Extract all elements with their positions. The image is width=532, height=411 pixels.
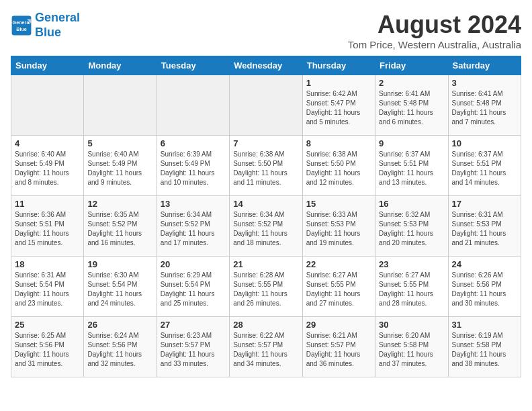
day-number: 5 xyxy=(87,138,152,148)
calendar-title: August 2024 xyxy=(348,11,521,39)
day-info: Sunrise: 6:34 AM Sunset: 5:52 PM Dayligh… xyxy=(161,210,226,248)
day-info: Sunrise: 6:27 AM Sunset: 5:55 PM Dayligh… xyxy=(379,271,444,308)
week-row-2: 4Sunrise: 6:40 AM Sunset: 5:49 PM Daylig… xyxy=(11,136,521,196)
svg-text:General: General xyxy=(13,19,31,26)
week-row-1: 1Sunrise: 6:42 AM Sunset: 5:47 PM Daylig… xyxy=(11,75,521,136)
day-number: 31 xyxy=(452,320,517,330)
day-number: 26 xyxy=(87,320,152,330)
day-number: 16 xyxy=(379,199,444,209)
col-header-friday: Friday xyxy=(375,56,448,75)
day-info: Sunrise: 6:41 AM Sunset: 5:48 PM Dayligh… xyxy=(452,89,517,127)
day-cell: 13Sunrise: 6:34 AM Sunset: 5:52 PM Dayli… xyxy=(157,196,229,257)
week-row-3: 11Sunrise: 6:36 AM Sunset: 5:51 PM Dayli… xyxy=(11,196,521,257)
col-header-thursday: Thursday xyxy=(302,56,375,75)
day-cell: 11Sunrise: 6:36 AM Sunset: 5:51 PM Dayli… xyxy=(11,196,84,257)
day-cell: 30Sunrise: 6:20 AM Sunset: 5:58 PM Dayli… xyxy=(375,317,448,377)
logo-text: General Blue xyxy=(35,11,80,40)
day-number: 28 xyxy=(233,320,298,330)
day-cell xyxy=(11,75,84,136)
day-number: 15 xyxy=(306,199,371,209)
day-cell: 21Sunrise: 6:28 AM Sunset: 5:55 PM Dayli… xyxy=(230,257,302,317)
day-info: Sunrise: 6:22 AM Sunset: 5:57 PM Dayligh… xyxy=(233,331,298,369)
col-header-tuesday: Tuesday xyxy=(157,56,229,75)
day-number: 30 xyxy=(379,320,444,330)
day-number: 10 xyxy=(452,138,517,148)
col-header-wednesday: Wednesday xyxy=(230,56,302,75)
day-info: Sunrise: 6:36 AM Sunset: 5:51 PM Dayligh… xyxy=(15,210,80,248)
day-number: 23 xyxy=(379,259,444,269)
day-cell: 24Sunrise: 6:26 AM Sunset: 5:56 PM Dayli… xyxy=(448,257,521,317)
day-info: Sunrise: 6:35 AM Sunset: 5:52 PM Dayligh… xyxy=(87,210,152,248)
day-cell: 22Sunrise: 6:27 AM Sunset: 5:55 PM Dayli… xyxy=(302,257,375,317)
day-number: 4 xyxy=(15,138,80,148)
title-area: August 2024 Tom Price, Western Australia… xyxy=(348,11,521,50)
day-info: Sunrise: 6:37 AM Sunset: 5:51 PM Dayligh… xyxy=(452,150,517,187)
week-row-4: 18Sunrise: 6:31 AM Sunset: 5:54 PM Dayli… xyxy=(11,257,521,317)
day-cell: 5Sunrise: 6:40 AM Sunset: 5:49 PM Daylig… xyxy=(84,136,157,196)
day-cell: 10Sunrise: 6:37 AM Sunset: 5:51 PM Dayli… xyxy=(448,136,521,196)
day-info: Sunrise: 6:20 AM Sunset: 5:58 PM Dayligh… xyxy=(379,331,444,369)
day-cell: 7Sunrise: 6:38 AM Sunset: 5:50 PM Daylig… xyxy=(230,136,302,196)
day-number: 6 xyxy=(161,138,226,148)
day-info: Sunrise: 6:42 AM Sunset: 5:47 PM Dayligh… xyxy=(306,89,371,127)
day-info: Sunrise: 6:25 AM Sunset: 5:56 PM Dayligh… xyxy=(15,331,80,369)
day-info: Sunrise: 6:40 AM Sunset: 5:49 PM Dayligh… xyxy=(15,150,80,187)
day-number: 27 xyxy=(161,320,226,330)
day-info: Sunrise: 6:26 AM Sunset: 5:56 PM Dayligh… xyxy=(452,271,517,308)
day-number: 1 xyxy=(306,78,371,88)
day-number: 20 xyxy=(161,259,226,269)
day-number: 13 xyxy=(161,199,226,209)
day-number: 22 xyxy=(306,259,371,269)
day-number: 7 xyxy=(233,138,298,148)
day-info: Sunrise: 6:19 AM Sunset: 5:58 PM Dayligh… xyxy=(452,331,517,369)
day-info: Sunrise: 6:31 AM Sunset: 5:54 PM Dayligh… xyxy=(15,271,80,308)
day-info: Sunrise: 6:23 AM Sunset: 5:57 PM Dayligh… xyxy=(161,331,226,369)
svg-text:Blue: Blue xyxy=(16,26,27,32)
logo: General Blue General Blue xyxy=(11,11,80,40)
day-info: Sunrise: 6:30 AM Sunset: 5:54 PM Dayligh… xyxy=(87,271,152,308)
day-info: Sunrise: 6:37 AM Sunset: 5:51 PM Dayligh… xyxy=(379,150,444,187)
day-number: 25 xyxy=(15,320,80,330)
day-cell: 2Sunrise: 6:41 AM Sunset: 5:48 PM Daylig… xyxy=(375,75,448,136)
day-info: Sunrise: 6:21 AM Sunset: 5:57 PM Dayligh… xyxy=(306,331,371,369)
day-cell: 4Sunrise: 6:40 AM Sunset: 5:49 PM Daylig… xyxy=(11,136,84,196)
day-info: Sunrise: 6:38 AM Sunset: 5:50 PM Dayligh… xyxy=(233,150,298,187)
day-number: 2 xyxy=(379,78,444,88)
day-cell: 25Sunrise: 6:25 AM Sunset: 5:56 PM Dayli… xyxy=(11,317,84,377)
day-cell: 23Sunrise: 6:27 AM Sunset: 5:55 PM Dayli… xyxy=(375,257,448,317)
day-info: Sunrise: 6:39 AM Sunset: 5:49 PM Dayligh… xyxy=(161,150,226,187)
day-number: 12 xyxy=(87,199,152,209)
logo-line2: Blue xyxy=(35,26,61,39)
col-header-monday: Monday xyxy=(84,56,157,75)
day-cell: 8Sunrise: 6:38 AM Sunset: 5:50 PM Daylig… xyxy=(302,136,375,196)
day-cell: 18Sunrise: 6:31 AM Sunset: 5:54 PM Dayli… xyxy=(11,257,84,317)
day-cell: 16Sunrise: 6:32 AM Sunset: 5:53 PM Dayli… xyxy=(375,196,448,257)
day-cell: 17Sunrise: 6:31 AM Sunset: 5:53 PM Dayli… xyxy=(448,196,521,257)
day-info: Sunrise: 6:40 AM Sunset: 5:49 PM Dayligh… xyxy=(87,150,152,187)
col-header-sunday: Sunday xyxy=(11,56,84,75)
day-cell: 1Sunrise: 6:42 AM Sunset: 5:47 PM Daylig… xyxy=(302,75,375,136)
day-cell xyxy=(230,75,302,136)
day-cell: 3Sunrise: 6:41 AM Sunset: 5:48 PM Daylig… xyxy=(448,75,521,136)
day-number: 11 xyxy=(15,199,80,209)
day-number: 21 xyxy=(233,259,298,269)
day-info: Sunrise: 6:33 AM Sunset: 5:53 PM Dayligh… xyxy=(306,210,371,248)
calendar-header-row: SundayMondayTuesdayWednesdayThursdayFrid… xyxy=(11,56,521,75)
page-header: General Blue General Blue August 2024 To… xyxy=(11,11,521,50)
day-number: 18 xyxy=(15,259,80,269)
logo-line1: General xyxy=(35,11,80,24)
day-cell: 26Sunrise: 6:24 AM Sunset: 5:56 PM Dayli… xyxy=(84,317,157,377)
day-info: Sunrise: 6:34 AM Sunset: 5:52 PM Dayligh… xyxy=(233,210,298,248)
day-number: 14 xyxy=(233,199,298,209)
day-number: 17 xyxy=(452,199,517,209)
day-number: 19 xyxy=(87,259,152,269)
day-cell: 15Sunrise: 6:33 AM Sunset: 5:53 PM Dayli… xyxy=(302,196,375,257)
calendar-subtitle: Tom Price, Western Australia, Australia xyxy=(348,39,521,50)
day-info: Sunrise: 6:27 AM Sunset: 5:55 PM Dayligh… xyxy=(306,271,371,308)
day-cell: 29Sunrise: 6:21 AM Sunset: 5:57 PM Dayli… xyxy=(302,317,375,377)
week-row-5: 25Sunrise: 6:25 AM Sunset: 5:56 PM Dayli… xyxy=(11,317,521,377)
logo-icon: General Blue xyxy=(11,15,32,36)
day-info: Sunrise: 6:41 AM Sunset: 5:48 PM Dayligh… xyxy=(379,89,444,127)
day-cell: 28Sunrise: 6:22 AM Sunset: 5:57 PM Dayli… xyxy=(230,317,302,377)
day-cell: 27Sunrise: 6:23 AM Sunset: 5:57 PM Dayli… xyxy=(157,317,229,377)
